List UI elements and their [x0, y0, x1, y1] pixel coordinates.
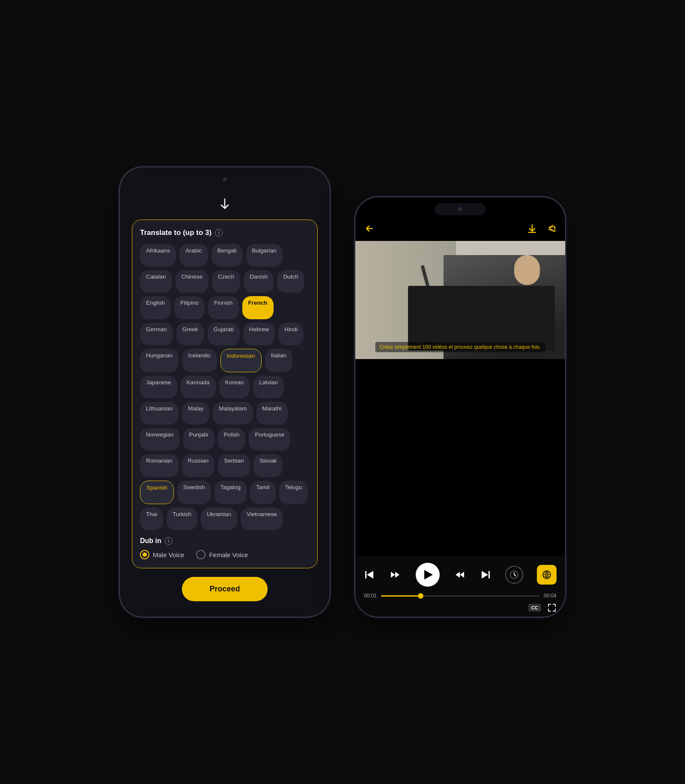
video-container[interactable]: Créez simplement 100 vidéos et prouvez q… — [355, 241, 565, 359]
lang-chip-catalan[interactable]: Catalan — [140, 270, 172, 293]
lang-chip-latvian[interactable]: Latvian — [253, 376, 284, 398]
lang-chip-danish[interactable]: Danish — [244, 270, 274, 293]
lang-chip-romanian[interactable]: Romanian — [140, 454, 179, 477]
lang-chip-chinese[interactable]: Chinese — [176, 270, 209, 293]
lang-chip-french[interactable]: French — [242, 296, 274, 319]
lang-chip-punjabi[interactable]: Punjabi — [183, 428, 214, 451]
lang-chip-polish[interactable]: Polish — [218, 428, 246, 451]
person-shirt — [408, 286, 555, 351]
control-buttons-row — [364, 563, 557, 587]
play-button[interactable] — [416, 563, 440, 587]
phone-2: Créez simplement 100 vidéos et prouvez q… — [355, 197, 565, 617]
person-head — [514, 255, 540, 285]
download-arrow — [132, 197, 318, 211]
lang-chip-malay[interactable]: Malay — [182, 402, 209, 425]
skip-to-start-button[interactable] — [364, 569, 375, 580]
camera-2 — [458, 207, 462, 211]
camera-1 — [223, 177, 227, 181]
skip-to-end-button[interactable] — [480, 569, 491, 580]
voice-options: Male Voice Female Voice — [140, 550, 310, 559]
lang-chip-german[interactable]: German — [140, 323, 173, 345]
lang-chip-marathi[interactable]: Marathi — [256, 402, 288, 425]
language-grid: AfrikaansArabicBengaliBulgarianCatalanCh… — [140, 244, 310, 530]
lang-chip-hungarian[interactable]: Hungarian — [140, 349, 179, 372]
dub-title: Dub in i — [140, 537, 310, 545]
share-button[interactable] — [545, 223, 557, 234]
lang-chip-lithuanian[interactable]: Lithuanian — [140, 402, 179, 425]
lang-chip-telugu[interactable]: Telugu — [279, 481, 308, 504]
lang-chip-bulgarian[interactable]: Bulgarian — [246, 244, 283, 267]
time-current: 00:01 — [364, 593, 377, 599]
female-voice-label: Female Voice — [209, 551, 248, 558]
lang-chip-czech[interactable]: Czech — [212, 270, 240, 293]
lang-chip-hebrew[interactable]: Hebrew — [243, 323, 275, 345]
notch-2 — [435, 203, 486, 215]
bottom-icons-row: CC — [364, 603, 557, 612]
lang-chip-gujarati[interactable]: Gujarati — [208, 323, 240, 345]
lang-chip-afrikaans[interactable]: Afrikaans — [140, 244, 176, 267]
lang-chip-tagalog[interactable]: Tagalog — [214, 481, 247, 504]
female-radio[interactable] — [196, 550, 206, 559]
video-spacer — [355, 359, 565, 556]
lang-chip-italian[interactable]: Italian — [265, 349, 292, 372]
male-radio-dot — [143, 552, 147, 557]
progress-dot — [418, 593, 423, 599]
lang-chip-korean[interactable]: Korean — [219, 376, 250, 398]
lang-chip-arabic[interactable]: Arabic — [179, 244, 208, 267]
progress-fill — [381, 595, 420, 597]
male-radio[interactable] — [140, 550, 149, 559]
header-right-icons — [527, 223, 557, 234]
lang-chip-hindi[interactable]: Hindi — [278, 323, 304, 345]
rewind-button[interactable] — [389, 570, 402, 580]
lang-chip-vietnamese[interactable]: Vietnamese — [241, 508, 283, 530]
male-voice-label: Male Voice — [153, 551, 184, 558]
card-title: Translate to (up to 3) i — [140, 229, 310, 237]
lang-chip-russian[interactable]: Russian — [182, 454, 215, 477]
svg-rect-0 — [365, 571, 366, 579]
lang-chip-icelandic[interactable]: Icelandic — [182, 349, 217, 372]
lang-chip-spanish[interactable]: Spanish — [140, 481, 174, 504]
progress-bar[interactable] — [381, 595, 539, 597]
lang-chip-swedish[interactable]: Swedish — [177, 481, 211, 504]
player-controls: 00:01 00:04 CC — [355, 556, 565, 617]
lang-chip-ukrainian[interactable]: Ukrainian — [201, 508, 237, 530]
dub-info-icon[interactable]: i — [165, 537, 173, 545]
lang-chip-slovak[interactable]: Slovak — [253, 454, 283, 477]
male-voice-option[interactable]: Male Voice — [140, 550, 184, 559]
lang-chip-norwegian[interactable]: Norwegian — [140, 428, 180, 451]
lang-chip-serbian[interactable]: Serbian — [218, 454, 250, 477]
progress-row: 00:01 00:04 — [364, 593, 557, 599]
female-voice-option[interactable]: Female Voice — [196, 550, 248, 559]
proceed-button[interactable]: Proceed — [182, 577, 268, 601]
speed-button[interactable] — [505, 566, 523, 584]
globe-language-button[interactable] — [537, 565, 557, 585]
back-button[interactable] — [364, 224, 375, 233]
lang-chip-filipino[interactable]: Filipino — [174, 296, 205, 319]
lang-chip-finnish[interactable]: Finnish — [208, 296, 239, 319]
lang-chip-tamil[interactable]: Tamil — [250, 481, 276, 504]
video-frame: Créez simplement 100 vidéos et prouvez q… — [355, 241, 565, 359]
translate-card: Translate to (up to 3) i AfrikaansArabic… — [132, 220, 318, 568]
subtitle-bar: Créez simplement 100 vidéos et prouvez q… — [375, 342, 545, 352]
lang-chip-japanese[interactable]: Japanese — [140, 376, 177, 398]
captions-button[interactable]: CC — [528, 604, 541, 612]
lang-chip-greek[interactable]: Greek — [176, 323, 204, 345]
phone-1: Translate to (up to 3) i AfrikaansArabic… — [120, 167, 330, 617]
lang-chip-portuguese[interactable]: Portuguese — [249, 428, 290, 451]
info-icon[interactable]: i — [215, 229, 223, 237]
lang-chip-malayalam[interactable]: Malayalam — [213, 402, 253, 425]
download-button[interactable] — [527, 223, 538, 234]
dub-section: Dub in i Male Voice Female Voice — [140, 537, 310, 559]
fullscreen-button[interactable] — [547, 603, 557, 612]
lang-chip-dutch[interactable]: Dutch — [277, 270, 304, 293]
notch-1 — [199, 173, 250, 185]
lang-chip-kannada[interactable]: Kannada — [181, 376, 216, 398]
play-icon — [424, 570, 433, 579]
lang-chip-indonesian[interactable]: Indonesian — [220, 349, 262, 372]
time-total: 00:04 — [544, 593, 557, 599]
lang-chip-thai[interactable]: Thai — [140, 508, 163, 530]
lang-chip-bengali[interactable]: Bengali — [211, 244, 243, 267]
lang-chip-turkish[interactable]: Turkish — [167, 508, 197, 530]
lang-chip-english[interactable]: English — [140, 296, 171, 319]
fast-forward-button[interactable] — [453, 570, 466, 580]
